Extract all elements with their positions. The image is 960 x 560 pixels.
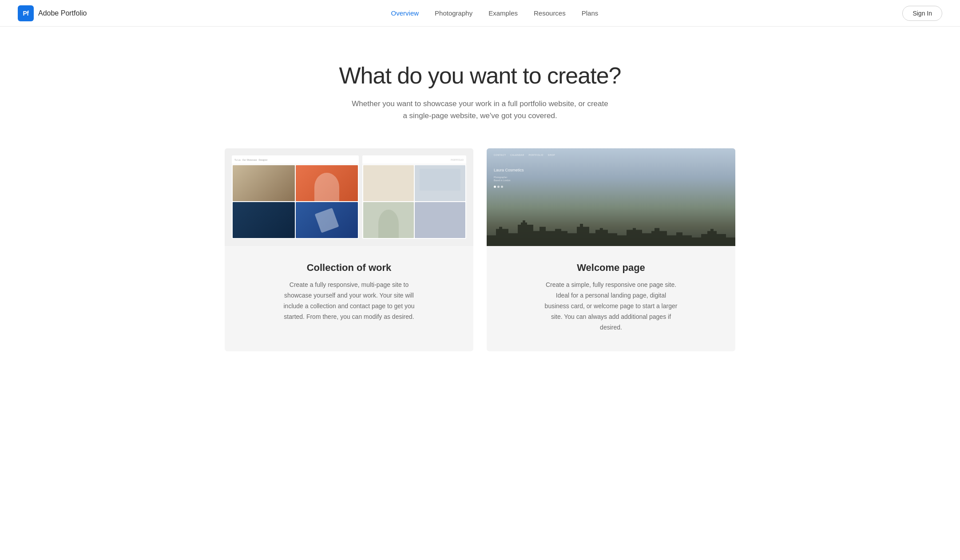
mockup-right-grid	[362, 164, 466, 239]
nav-item-examples[interactable]: Examples	[488, 9, 518, 17]
nav-item-resources[interactable]: Resources	[534, 9, 566, 17]
card-collection-desc: Create a fully responsive, multi-page si…	[282, 280, 416, 322]
dot-2	[497, 186, 500, 188]
dot-3	[501, 186, 503, 188]
mockup-collection: Tu Liu Our Showcase Designer PORTFOLIO	[225, 148, 473, 246]
header: Pf Adobe Portfolio Overview Photography …	[0, 0, 960, 27]
hero-heading: What do you want to create?	[9, 62, 951, 89]
welcome-name: Laura Cosmetics	[494, 168, 728, 173]
logo-icon: Pf	[18, 5, 34, 21]
card-welcome[interactable]: CONTACT CALENDAR PORTFOLIO SHOP Laura Co…	[487, 148, 735, 351]
grid-cell-1	[233, 165, 295, 201]
card-collection-title: Collection of work	[242, 262, 456, 274]
hero-section: What do you want to create? Whether you …	[0, 27, 960, 148]
mockup-left-grid	[232, 164, 359, 239]
welcome-dots	[494, 186, 728, 188]
card-welcome-title: Welcome page	[504, 262, 718, 274]
mockup-welcome: CONTACT CALENDAR PORTFOLIO SHOP Laura Co…	[487, 148, 735, 246]
welcome-nav-strip: CONTACT CALENDAR PORTFOLIO SHOP	[487, 148, 735, 162]
cards-container: Tu Liu Our Showcase Designer PORTFOLIO	[0, 148, 960, 387]
mockup-right-header: PORTFOLIO	[362, 155, 466, 164]
right-cell-2	[415, 165, 465, 201]
card-collection-info: Collection of work Create a fully respon…	[225, 246, 473, 341]
right-cell-4	[415, 202, 465, 238]
mockup-left-header: Tu Liu Our Showcase Designer	[232, 155, 359, 164]
welcome-content: Laura Cosmetics Photographer Based in Lo…	[487, 162, 735, 194]
nav-item-plans[interactable]: Plans	[582, 9, 599, 17]
main-nav: Overview Photography Examples Resources …	[391, 9, 599, 17]
welcome-overlay: CONTACT CALENDAR PORTFOLIO SHOP Laura Co…	[487, 148, 735, 246]
mockup-left-panel: Tu Liu Our Showcase Designer	[232, 155, 359, 239]
nav-item-photography[interactable]: Photography	[435, 9, 472, 17]
card-welcome-info: Welcome page Create a simple, fully resp…	[487, 246, 735, 351]
card-welcome-desc: Create a simple, fully responsive one pa…	[544, 280, 678, 333]
logo-text: Adobe Portfolio	[38, 9, 87, 17]
dot-1	[494, 186, 496, 188]
mockup-right-panel: PORTFOLIO	[362, 155, 466, 239]
welcome-location: Based in London	[494, 179, 728, 182]
sign-in-button[interactable]: Sign In	[902, 6, 942, 21]
right-cell-3	[363, 202, 414, 238]
card-welcome-image: CONTACT CALENDAR PORTFOLIO SHOP Laura Co…	[487, 148, 735, 246]
card-collection[interactable]: Tu Liu Our Showcase Designer PORTFOLIO	[225, 148, 473, 351]
grid-cell-3	[233, 202, 295, 238]
logo-area: Pf Adobe Portfolio	[18, 5, 87, 21]
hero-subtext: Whether you want to showcase your work i…	[351, 98, 609, 122]
right-cell-1	[363, 165, 414, 201]
card-collection-image: Tu Liu Our Showcase Designer PORTFOLIO	[225, 148, 473, 246]
welcome-role: Photographer	[494, 176, 728, 179]
grid-cell-4	[296, 202, 358, 238]
nav-item-overview[interactable]: Overview	[391, 9, 419, 17]
grid-cell-2	[296, 165, 358, 201]
